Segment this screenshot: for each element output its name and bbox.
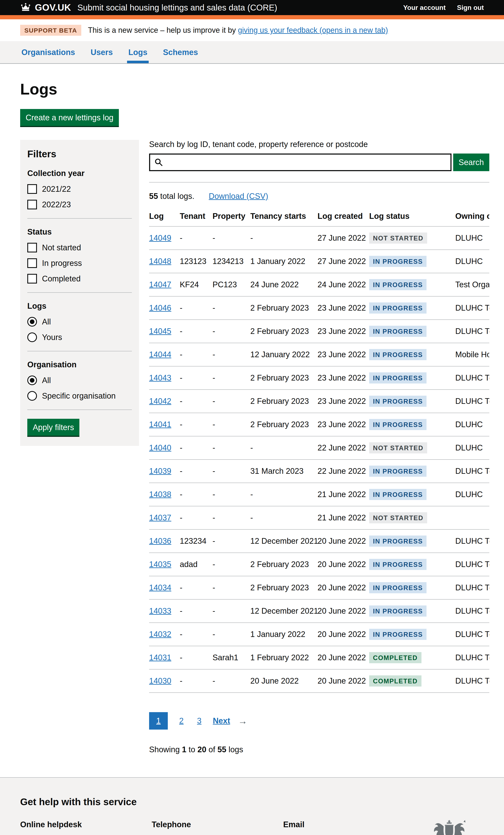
nav-item-logs[interactable]: Logs	[127, 41, 149, 63]
checkbox-option-not-started[interactable]: Not started	[27, 243, 132, 252]
radio-option-yours[interactable]: Yours	[27, 332, 132, 342]
checkbox-option-2021-22[interactable]: 2021/22	[27, 184, 132, 194]
owning-organisation-cell: DLUHC Tes	[455, 669, 489, 693]
your-account-link[interactable]: Your account	[403, 4, 446, 12]
tenancy-starts-cell: 20 June 2022	[250, 669, 318, 693]
showing-total: 55	[217, 745, 226, 754]
status-badge: IN PROGRESS	[369, 349, 426, 360]
owning-organisation-cell: DLUHC	[455, 250, 489, 273]
log-id-link[interactable]: 14034	[149, 583, 172, 592]
radio-unchecked-icon[interactable]	[27, 332, 37, 342]
tenant-cell: -	[180, 343, 213, 366]
tenancy-starts-cell: 2 February 2023	[250, 296, 318, 320]
checkbox-unchecked-icon[interactable]	[27, 243, 37, 252]
tenant-cell: -	[180, 320, 213, 343]
option-label: 2022/23	[42, 200, 71, 209]
nav-item-organisations[interactable]: Organisations	[20, 41, 77, 63]
log-id-link[interactable]: 14042	[149, 397, 172, 406]
search-input[interactable]	[149, 154, 451, 171]
log-id-link[interactable]: 14043	[149, 373, 172, 382]
log-id-link[interactable]: 14038	[149, 490, 172, 499]
pagination-page-3[interactable]: 3	[195, 712, 203, 730]
apply-filters-button[interactable]: Apply filters	[27, 419, 79, 436]
tenant-cell: -	[180, 599, 213, 623]
table-body: 14049---27 June 2022NOT STARTEDDLUHC1404…	[149, 226, 489, 693]
sign-out-link[interactable]: Sign out	[457, 4, 484, 12]
download-csv-link[interactable]: Download (CSV)	[209, 192, 268, 201]
service-name-link[interactable]: Submit social housing lettings and sales…	[78, 3, 277, 13]
radio-checked-icon[interactable]	[27, 317, 37, 327]
log-id-link[interactable]: 14045	[149, 327, 172, 335]
nav-item-schemes[interactable]: Schemes	[162, 41, 199, 63]
log-id-link[interactable]: 14046	[149, 303, 172, 312]
log-id-link[interactable]: 14044	[149, 350, 172, 359]
log-id-link[interactable]: 14047	[149, 280, 172, 289]
log-id-link[interactable]: 14036	[149, 536, 172, 545]
property-cell: -	[213, 506, 250, 529]
status-badge: IN PROGRESS	[369, 535, 426, 547]
filter-group-label-organisation: Organisation	[27, 360, 132, 369]
radio-option-all[interactable]: All	[27, 317, 132, 327]
log-id-link[interactable]: 14035	[149, 560, 172, 569]
log-id-link[interactable]: 14032	[149, 630, 172, 639]
property-cell: -	[213, 599, 250, 623]
table-row: 14033--12 December 202120 June 2022IN PR…	[149, 599, 489, 623]
radio-option-specific-organisation[interactable]: Specific organisation	[27, 391, 132, 401]
log-id-link[interactable]: 14049	[149, 233, 172, 242]
divider	[27, 409, 132, 410]
arrow-right-icon: →	[238, 716, 247, 726]
pagination-next-link[interactable]: Next	[213, 716, 230, 726]
owning-organisation-cell: Mobile Hou	[455, 343, 489, 366]
tenant-cell: -	[180, 669, 213, 693]
property-cell: Sarah1	[213, 646, 250, 669]
pagination-current-page[interactable]: 1	[149, 712, 168, 730]
column-header-log: Log	[149, 207, 180, 226]
create-lettings-log-button[interactable]: Create a new lettings log	[20, 109, 119, 126]
govuk-home-link[interactable]: GOV.UK	[20, 2, 71, 13]
log-status-cell: IN PROGRESS	[369, 623, 455, 646]
nav-item-users[interactable]: Users	[89, 41, 114, 63]
log-id-link[interactable]: 14039	[149, 467, 172, 475]
footer-columns: Online helpdeskCORE helpdesk (opens in a…	[20, 820, 484, 835]
log-created-cell: 22 June 2022	[318, 436, 369, 460]
tenant-cell: KF24	[180, 273, 213, 296]
property-cell: -	[213, 320, 250, 343]
checkbox-unchecked-icon[interactable]	[27, 184, 37, 194]
checkbox-option-completed[interactable]: Completed	[27, 274, 132, 284]
checkbox-unchecked-icon[interactable]	[27, 200, 37, 209]
radio-checked-icon[interactable]	[27, 375, 37, 385]
tenancy-starts-cell: 1 January 2022	[250, 623, 318, 646]
radio-unchecked-icon[interactable]	[27, 391, 37, 401]
phase-banner-text-prefix: This is a new service – help us improve …	[88, 26, 238, 35]
checkbox-option-2022-23[interactable]: 2022/23	[27, 200, 132, 209]
tenant-cell: -	[180, 483, 213, 506]
option-label: Specific organisation	[42, 391, 116, 401]
feedback-link[interactable]: giving us your feedback (opens in a new …	[238, 26, 388, 35]
log-status-cell: IN PROGRESS	[369, 366, 455, 390]
radio-option-all[interactable]: All	[27, 375, 132, 385]
log-id-link[interactable]: 14031	[149, 653, 172, 662]
log-id-cell: 14030	[149, 669, 180, 693]
log-status-cell: IN PROGRESS	[369, 343, 455, 366]
owning-organisation-cell: DLUHC	[455, 483, 489, 506]
divider	[149, 182, 489, 183]
showing-from: 1	[182, 745, 186, 754]
log-id-link[interactable]: 14048	[149, 257, 172, 266]
log-id-link[interactable]: 14037	[149, 513, 172, 522]
checkbox-option-in-progress[interactable]: In progress	[27, 258, 132, 268]
property-cell: -	[213, 343, 250, 366]
search-button[interactable]: Search	[453, 154, 489, 171]
log-id-link[interactable]: 14041	[149, 420, 172, 429]
log-id-link[interactable]: 14040	[149, 443, 172, 452]
pagination-page-2[interactable]: 2	[177, 712, 186, 730]
pagination: 123Next→	[149, 712, 489, 730]
owning-organisation-cell: DLUHC Tes	[455, 529, 489, 553]
checkbox-unchecked-icon[interactable]	[27, 274, 37, 284]
log-id-cell: 14044	[149, 343, 180, 366]
log-id-cell: 14047	[149, 273, 180, 296]
log-id-link[interactable]: 14030	[149, 676, 172, 685]
checkbox-unchecked-icon[interactable]	[27, 258, 37, 268]
log-id-link[interactable]: 14033	[149, 607, 172, 615]
logs-table: LogTenantPropertyTenancy startsLog creat…	[149, 207, 489, 693]
tenancy-starts-cell: 2 February 2023	[250, 576, 318, 599]
